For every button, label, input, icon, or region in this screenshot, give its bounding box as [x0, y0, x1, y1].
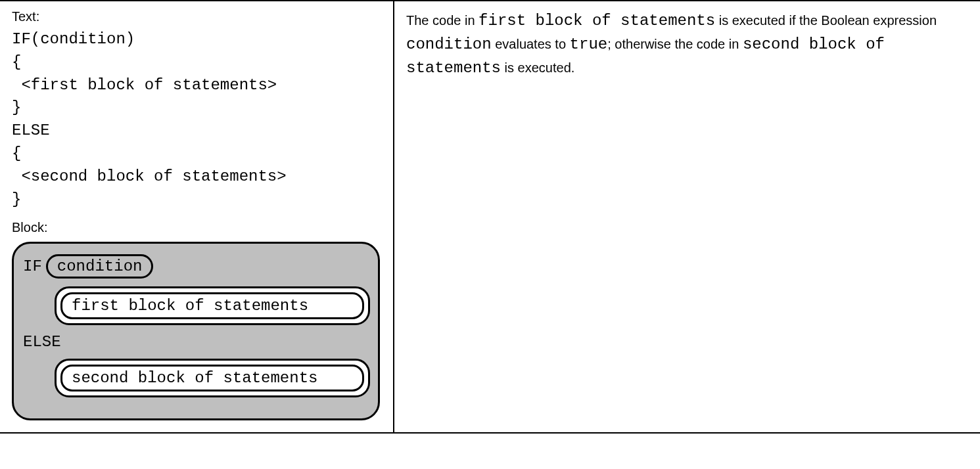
pseudocode-text: IF(condition) { <first block of statemen…	[12, 28, 381, 211]
desc-mono: first block of statements	[478, 12, 715, 30]
left-column: Text: IF(condition) { <first block of st…	[0, 1, 394, 432]
desc-mono: condition	[406, 35, 492, 53]
desc-part: is executed.	[505, 60, 575, 75]
text-label: Text:	[12, 9, 381, 24]
first-block-text: first block of statements	[60, 292, 364, 319]
condition-pill: condition	[46, 254, 154, 279]
first-block-slot: first block of statements	[55, 286, 370, 325]
second-block-slot: second block of statements	[55, 359, 370, 397]
if-row: IF condition	[23, 254, 369, 279]
second-block-text: second block of statements	[60, 365, 364, 391]
block-diagram: IF condition first block of statements E…	[12, 242, 380, 420]
right-column: The code in first block of statements is…	[394, 1, 980, 432]
desc-mono: true	[570, 35, 608, 53]
if-keyword: IF	[23, 257, 42, 275]
desc-part: evaluates to	[495, 37, 569, 51]
desc-part: The code in	[406, 13, 478, 28]
desc-part: is executed if the Boolean expression	[719, 13, 937, 28]
else-keyword: ELSE	[23, 333, 369, 351]
reference-row: Text: IF(condition) { <first block of st…	[0, 0, 980, 434]
desc-part: ; otherwise the code in	[607, 37, 743, 51]
block-label: Block:	[12, 220, 381, 235]
description-paragraph: The code in first block of statements is…	[406, 9, 968, 80]
